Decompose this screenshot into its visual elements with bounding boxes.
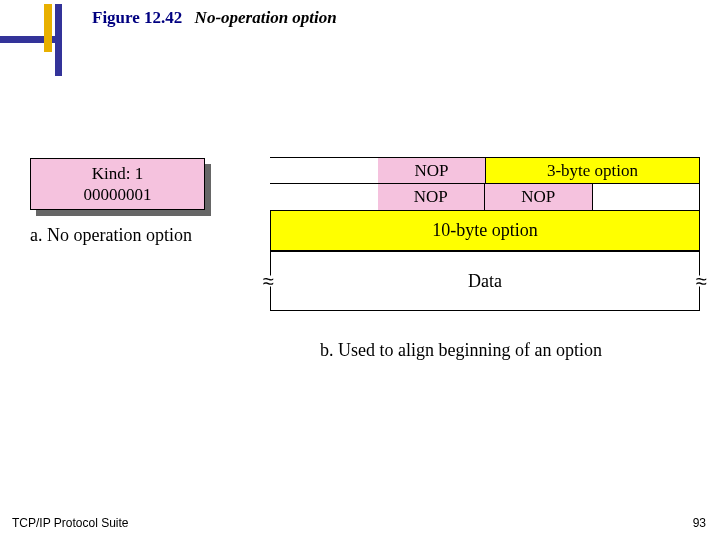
gap-cell (270, 157, 378, 184)
kind-bits: 00000001 (31, 184, 204, 205)
blank-cell (593, 184, 701, 211)
nop-cell: NOP (378, 157, 486, 184)
options-diagram: NOP 3-byte option NOP NOP 10-byte option… (270, 157, 700, 311)
decor-bar-vertical-orange (44, 4, 52, 52)
kind-box: Kind: 1 00000001 (30, 158, 205, 210)
figure-name: No-operation option (195, 8, 337, 27)
figure-title: Figure 12.42 No-operation option (92, 8, 337, 28)
nop-cell: NOP (378, 184, 486, 211)
nop-cell: NOP (485, 184, 593, 211)
break-mark-right: ≈ (694, 276, 709, 287)
data-row: Data ≈ ≈ (270, 251, 700, 311)
page-number: 93 (693, 516, 706, 530)
decor-bar-vertical-navy (55, 4, 62, 76)
break-mark-left: ≈ (261, 276, 276, 287)
footer-suite: TCP/IP Protocol Suite (12, 516, 129, 530)
three-byte-option: 3-byte option (486, 157, 700, 184)
kind-label: Kind: 1 (31, 163, 204, 184)
ten-byte-option: 10-byte option (270, 211, 700, 251)
gap-cell (270, 184, 378, 211)
data-label: Data (468, 271, 502, 292)
caption-b: b. Used to align beginning of an option (320, 340, 602, 361)
figure-number: Figure 12.42 (92, 8, 182, 27)
caption-a: a. No operation option (30, 225, 192, 246)
